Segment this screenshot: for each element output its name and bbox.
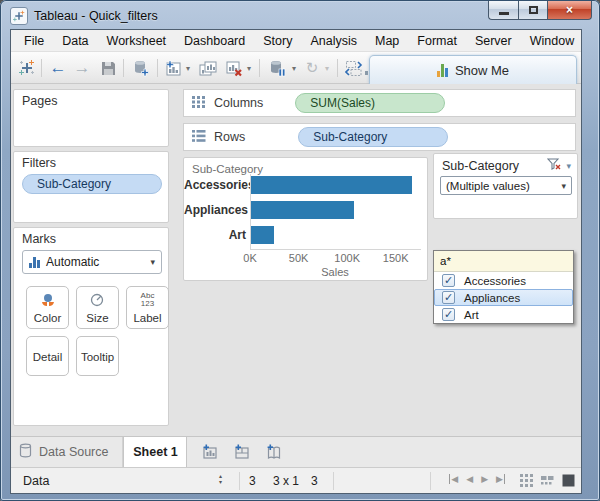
next-sheet-icon[interactable]: ▶: [481, 474, 488, 484]
menu-item-format[interactable]: Format: [408, 31, 466, 51]
checkbox-icon[interactable]: ✓: [442, 274, 455, 287]
mark-type-dropdown[interactable]: Automatic ▾: [22, 250, 162, 274]
new-worksheet-caret-icon[interactable]: ▾: [183, 55, 193, 81]
menu-item-data[interactable]: Data: [53, 31, 97, 51]
chart-view: Sub-Category AccessoriesAppliancesArt 0K…: [183, 157, 428, 281]
filter-funnel-icon[interactable]: [547, 158, 561, 173]
data-source-tab[interactable]: Data Source: [11, 437, 123, 467]
bar-accessories[interactable]: [250, 176, 412, 194]
window-title: Tableau - Quick_filters: [34, 9, 158, 23]
menu-item-dashboard[interactable]: Dashboard: [175, 31, 254, 51]
sheet-tab-sheet-1[interactable]: Sheet 1: [123, 437, 187, 467]
toolbar-separator: [259, 59, 260, 77]
last-sheet-icon[interactable]: ▶: [496, 474, 505, 484]
status-separator: [333, 472, 334, 490]
bar-chart-icon: [29, 257, 40, 268]
menu-item-window[interactable]: Window: [521, 31, 582, 51]
tooltip-button-label: Tooltip: [81, 351, 114, 375]
axis-line-horizontal: [250, 249, 421, 250]
chart-row-accessories: Accessories: [184, 176, 427, 194]
clear-sheet-icon[interactable]: [223, 55, 245, 81]
filter-item-label: Art: [464, 309, 479, 321]
status-selector-label: Data: [23, 474, 49, 488]
new-worksheet-tab-icon[interactable]: [197, 437, 223, 467]
columns-pill-sum-sales[interactable]: SUM(Sales): [295, 93, 445, 113]
marks-card: Marks Automatic ▾ Color: [13, 227, 169, 426]
previous-sheet-icon[interactable]: ◀: [466, 474, 473, 484]
tableau-logo-icon[interactable]: [15, 55, 39, 81]
search-input[interactable]: [434, 255, 582, 267]
pause-auto-updates-icon[interactable]: [265, 55, 289, 81]
filter-item-label: Appliances: [464, 292, 520, 304]
close-button[interactable]: ×: [547, 1, 592, 20]
checkbox-icon[interactable]: ✓: [442, 291, 455, 304]
label-button[interactable]: Abc123 Label: [126, 286, 169, 329]
sheet-sorter-icon[interactable]: [520, 474, 533, 490]
pause-auto-updates-caret-icon[interactable]: ▾: [289, 55, 299, 81]
data-source-tab-label: Data Source: [39, 445, 108, 459]
maximize-button[interactable]: [518, 1, 547, 20]
filter-pill-sub-category[interactable]: Sub-Category: [22, 174, 162, 194]
detail-button[interactable]: Detail: [26, 336, 69, 376]
toolbar-separator: [41, 59, 42, 77]
show-me-label: Show Me: [455, 63, 509, 78]
status-sheet-selector[interactable]: Data: [11, 468, 239, 493]
show-me-button[interactable]: Show Me: [369, 55, 577, 84]
menu-item-analysis[interactable]: Analysis: [301, 31, 366, 51]
color-button[interactable]: Color: [26, 286, 69, 329]
size-button-label: Size: [86, 312, 108, 328]
status-bar: Data ▴▾ 3 3 x 1 3 ◀ ◀ ▶ ▶: [11, 467, 581, 493]
mark-type-value: Automatic: [46, 255, 99, 269]
first-sheet-icon[interactable]: ◀: [449, 474, 458, 484]
chevron-down-icon: ▾: [150, 257, 155, 267]
menu-item-file[interactable]: File: [15, 31, 53, 51]
bar-art[interactable]: [250, 226, 274, 244]
application-window: Tableau - Quick_filters × FileDataWorksh…: [0, 0, 600, 501]
new-story-tab-icon[interactable]: [261, 437, 287, 467]
size-button[interactable]: Size: [76, 286, 119, 329]
label-icon: Abc123: [127, 287, 168, 312]
columns-shelf[interactable]: Columns SUM(Sales): [183, 89, 576, 117]
show-tabs-icon[interactable]: [562, 474, 575, 490]
checkbox-icon[interactable]: ✓: [442, 308, 455, 321]
refresh-icon[interactable]: ↻: [302, 55, 322, 81]
minimize-button[interactable]: [488, 1, 518, 20]
status-marks-count: 3: [249, 474, 256, 488]
new-dashboard-tab-icon[interactable]: [229, 437, 255, 467]
back-icon[interactable]: ←: [47, 55, 69, 81]
rows-pill-sub-category[interactable]: Sub-Category: [298, 127, 448, 147]
x-tick-label: 100K: [327, 252, 367, 264]
menu-item-worksheet[interactable]: Worksheet: [98, 31, 176, 51]
spinner-icon[interactable]: ▴▾: [219, 473, 222, 485]
save-icon[interactable]: [97, 55, 119, 81]
forward-icon[interactable]: →: [71, 55, 93, 81]
window-content: FileDataWorksheetDashboardStoryAnalysisM…: [10, 29, 582, 494]
clear-sheet-caret-icon[interactable]: ▾: [244, 55, 254, 81]
menu-item-map[interactable]: Map: [366, 31, 408, 51]
add-data-source-icon[interactable]: [129, 55, 153, 81]
menu-item-server[interactable]: Server: [466, 31, 521, 51]
tooltip-button[interactable]: Tooltip: [76, 336, 119, 376]
filter-item-art[interactable]: ✓Art: [434, 306, 573, 323]
filter-item-accessories[interactable]: ✓Accessories: [434, 272, 573, 289]
size-icon: [77, 287, 118, 312]
duplicate-sheet-icon[interactable]: [196, 55, 220, 81]
quick-filter-menu-caret-icon[interactable]: ▾: [566, 161, 571, 171]
rows-icon: [192, 130, 206, 145]
quick-filter-card: Sub-Category ▾ (Multiple values) ▾: [433, 153, 578, 219]
menu-item-story[interactable]: Story: [254, 31, 301, 51]
bar-appliances[interactable]: [250, 201, 354, 219]
status-separator: [430, 472, 431, 490]
toolbar: ← →: [11, 52, 581, 84]
refresh-caret-icon[interactable]: ▾: [322, 55, 332, 81]
toolbar-separator: [337, 59, 338, 77]
window-controls: ×: [488, 1, 592, 20]
new-worksheet-icon[interactable]: [162, 55, 184, 81]
quick-filter-select[interactable]: (Multiple values) ▾: [440, 176, 572, 195]
toolbar-separator: [157, 59, 158, 77]
filter-item-appliances[interactable]: ✓Appliances: [434, 289, 573, 306]
columns-icon: [192, 96, 206, 111]
pages-card-title: Pages: [14, 90, 168, 108]
filmstrip-icon[interactable]: [541, 474, 554, 490]
rows-shelf[interactable]: Rows Sub-Category: [183, 123, 576, 151]
